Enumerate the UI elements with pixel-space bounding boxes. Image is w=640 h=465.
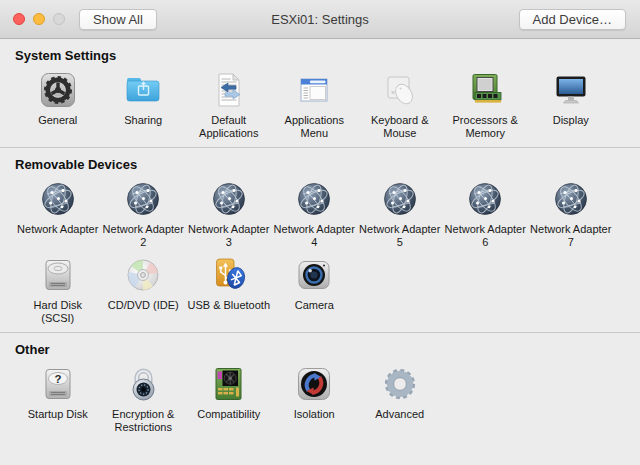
cpu-memory-icon: [465, 70, 505, 110]
keyboard-mouse-icon: [380, 70, 420, 110]
item-label: Hard Disk (SCSI): [16, 299, 100, 325]
show-all-button[interactable]: Show All: [79, 9, 157, 30]
padlock-icon: [123, 364, 163, 404]
item-label: Network Adapter: [17, 223, 98, 236]
item-label: Encryption & Restrictions: [101, 408, 185, 434]
settings-item-network-adapter-6[interactable]: Network Adapter 6: [443, 179, 529, 249]
item-label: CD/DVD (IDE): [108, 299, 179, 312]
network-globe-icon: [38, 179, 78, 219]
gear-dark-icon: [38, 70, 78, 110]
item-label: General: [38, 114, 77, 127]
item-label: Sharing: [124, 114, 162, 127]
section-title: Removable Devices: [15, 157, 640, 172]
item-label: Network Adapter 6: [443, 223, 527, 249]
settings-item-startup-disk[interactable]: Startup Disk: [15, 364, 101, 421]
settings-item-network-adapter-5[interactable]: Network Adapter 5: [357, 179, 443, 249]
settings-window: Show All ESXi01: Settings Add Device… Sy…: [0, 0, 640, 465]
minimize-button[interactable]: [33, 13, 45, 25]
settings-item-usb-bluetooth[interactable]: USB & Bluetooth: [186, 255, 272, 312]
settings-item-network-adapter-4[interactable]: Network Adapter 4: [272, 179, 358, 249]
display-icon: [551, 70, 591, 110]
network-globe-icon: [209, 179, 249, 219]
zoom-button-disabled: [53, 13, 65, 25]
network-globe-icon: [123, 179, 163, 219]
item-label: Network Adapter 3: [187, 223, 271, 249]
item-label: USB & Bluetooth: [187, 299, 270, 312]
section-title: Other: [15, 342, 640, 357]
gear-light-icon: [380, 364, 420, 404]
cd-dvd-icon: [123, 255, 163, 295]
item-label: Network Adapter 2: [101, 223, 185, 249]
removable-devices-grid: Network Adapter Network Adapter 2 Networ…: [0, 179, 640, 331]
settings-item-cd-dvd-ide[interactable]: CD/DVD (IDE): [101, 255, 187, 312]
item-label: Keyboard & Mouse: [358, 114, 442, 140]
item-label: Network Adapter 4: [272, 223, 356, 249]
circuit-board-icon: [209, 364, 249, 404]
section-title: System Settings: [15, 48, 640, 63]
settings-item-applications-menu[interactable]: Applications Menu: [272, 70, 358, 140]
document-arrows-icon: [209, 70, 249, 110]
section-removable-devices: Removable Devices Network Adapter Networ…: [0, 147, 640, 332]
item-label: Network Adapter 5: [358, 223, 442, 249]
settings-item-sharing[interactable]: Sharing: [101, 70, 187, 127]
shared-folder-icon: [123, 70, 163, 110]
settings-item-network-adapter-7[interactable]: Network Adapter 7: [528, 179, 614, 249]
isolation-arrows-icon: [294, 364, 334, 404]
app-window-icon: [294, 70, 334, 110]
settings-item-network-adapter-3[interactable]: Network Adapter 3: [186, 179, 272, 249]
settings-item-processors-memory[interactable]: Processors & Memory: [443, 70, 529, 140]
network-globe-icon: [380, 179, 420, 219]
network-globe-icon: [465, 179, 505, 219]
item-label: Isolation: [294, 408, 335, 421]
close-button[interactable]: [13, 13, 25, 25]
settings-item-display[interactable]: Display: [528, 70, 614, 127]
settings-item-advanced[interactable]: Advanced: [357, 364, 443, 421]
system-settings-grid: General Sharing Default Applications App…: [0, 70, 640, 146]
settings-item-hard-disk-scsi[interactable]: Hard Disk (SCSI): [15, 255, 101, 325]
item-label: Compatibility: [197, 408, 260, 421]
item-label: Applications Menu: [272, 114, 356, 140]
other-grid: Startup Disk Encryption & Restrictions C…: [0, 364, 640, 440]
traffic-lights: [13, 13, 65, 25]
item-label: Processors & Memory: [443, 114, 527, 140]
startup-disk-icon: [38, 364, 78, 404]
item-label: Advanced: [375, 408, 424, 421]
item-label: Network Adapter 7: [529, 223, 613, 249]
item-label: Display: [553, 114, 589, 127]
settings-item-network-adapter[interactable]: Network Adapter: [15, 179, 101, 236]
settings-item-general[interactable]: General: [15, 70, 101, 127]
settings-item-network-adapter-2[interactable]: Network Adapter 2: [101, 179, 187, 249]
settings-item-isolation[interactable]: Isolation: [272, 364, 358, 421]
section-system-settings: System Settings General Sharing Default …: [0, 39, 640, 147]
section-other: Other Startup Disk Encryption & Restrict…: [0, 332, 640, 441]
item-label: Default Applications: [187, 114, 271, 140]
settings-item-camera[interactable]: Camera: [272, 255, 358, 312]
settings-item-encryption-restrictions[interactable]: Encryption & Restrictions: [101, 364, 187, 434]
network-globe-icon: [294, 179, 334, 219]
title-bar: Show All ESXi01: Settings Add Device…: [0, 0, 640, 39]
network-globe-icon: [551, 179, 591, 219]
hard-disk-icon: [38, 255, 78, 295]
camera-icon: [294, 255, 334, 295]
item-label: Camera: [295, 299, 334, 312]
settings-item-default-applications[interactable]: Default Applications: [186, 70, 272, 140]
settings-item-keyboard-mouse[interactable]: Keyboard & Mouse: [357, 70, 443, 140]
settings-item-compatibility[interactable]: Compatibility: [186, 364, 272, 421]
add-device-button[interactable]: Add Device…: [519, 9, 626, 30]
usb-bluetooth-icon: [209, 255, 249, 295]
item-label: Startup Disk: [28, 408, 88, 421]
